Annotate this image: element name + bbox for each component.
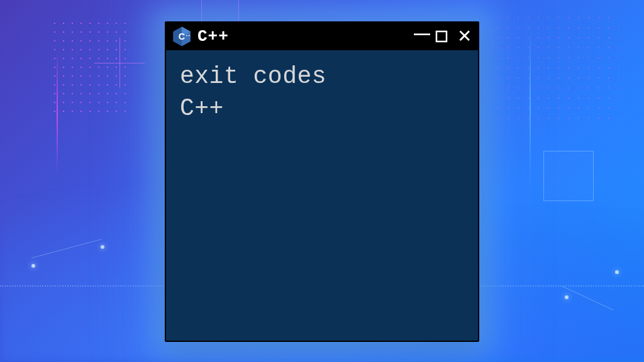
cpp-logo-icon: C + +	[172, 26, 191, 47]
titlebar[interactable]: C + + C++ — ✕	[166, 23, 478, 50]
maximize-button[interactable]	[435, 30, 450, 43]
terminal-body[interactable]: exit codes C++	[166, 50, 478, 341]
terminal-line: C++	[180, 92, 464, 124]
svg-text:+: +	[188, 34, 190, 37]
window-title: C++	[197, 27, 408, 46]
close-button[interactable]: ✕	[457, 28, 472, 45]
svg-text:+: +	[186, 34, 188, 37]
window-controls: — ✕	[414, 28, 472, 45]
svg-text:C: C	[179, 31, 185, 41]
minimize-button[interactable]: —	[414, 25, 429, 41]
svg-rect-6	[436, 31, 447, 41]
terminal-window: C + + C++ — ✕ exit codes C++	[165, 21, 479, 342]
terminal-line: exit codes	[180, 60, 464, 92]
